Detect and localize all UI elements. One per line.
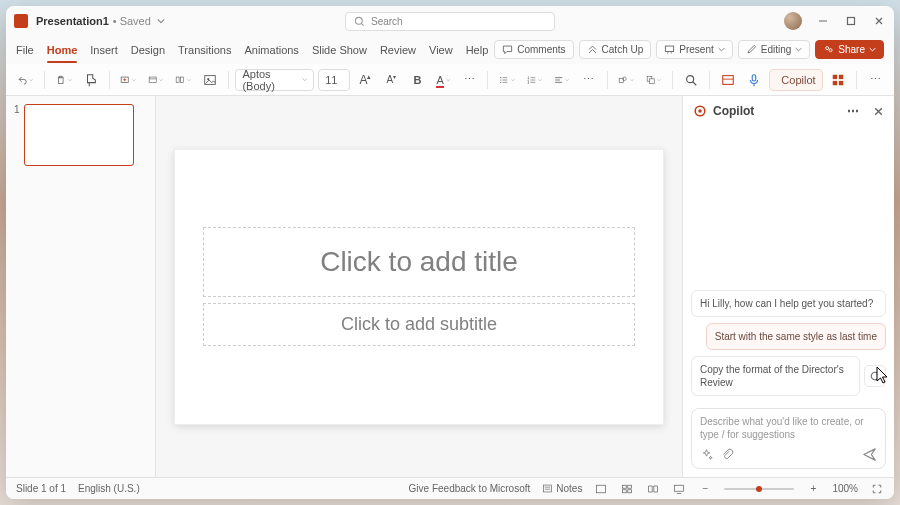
svg-point-4 [829,49,832,52]
chevron-down-icon [795,46,802,53]
search-input[interactable]: Search [345,12,555,31]
zoom-slider[interactable] [724,488,794,490]
format-painter-button[interactable] [80,69,102,91]
refresh-suggestions-button[interactable] [864,365,886,387]
dictate-button[interactable] [743,69,765,91]
decrease-font-button[interactable]: A▾ [380,69,402,91]
arrange-button[interactable] [642,69,665,91]
font-family-select[interactable]: Aptos (Body) [235,69,314,91]
undo-button[interactable] [14,69,37,91]
tab-home[interactable]: Home [47,40,78,60]
close-icon[interactable] [873,106,884,117]
layout-button[interactable] [144,69,167,91]
share-icon [823,44,834,55]
catchup-button[interactable]: Catch Up [579,40,652,59]
bold-button[interactable]: B [406,69,428,91]
refresh-icon [869,370,881,382]
copilot-ribbon-button[interactable]: Copilot [769,69,824,91]
language[interactable]: English (U.S.) [78,483,140,494]
slide-count[interactable]: Slide 1 of 1 [16,483,66,494]
tab-review[interactable]: Review [380,40,416,60]
chevron-down-icon [538,77,542,83]
more-font-button[interactable]: ⋯ [458,69,480,91]
catchup-icon [587,44,598,55]
designer-button[interactable] [717,69,739,91]
zoom-out-button[interactable]: − [698,482,712,496]
thumb-index: 1 [14,104,20,166]
notes-icon [542,483,553,494]
reading-view-button[interactable] [646,482,660,496]
sparkle-icon[interactable] [700,448,713,461]
comments-button[interactable]: Comments [494,40,573,59]
title-placeholder[interactable]: Click to add title [203,227,635,297]
chevron-down-icon [29,77,33,83]
tab-design[interactable]: Design [131,40,165,60]
zoom-percent[interactable]: 100% [832,483,858,494]
maximize-button[interactable] [844,14,858,28]
shapes-button[interactable] [614,69,637,91]
editing-button[interactable]: Editing [738,40,811,59]
tab-file[interactable]: File [16,40,34,60]
svg-rect-2 [666,46,674,52]
font-size-select[interactable]: 11 [318,69,350,91]
sorter-view-button[interactable] [620,482,634,496]
normal-view-button[interactable] [594,482,608,496]
copilot-input[interactable]: Describe what you'd like to create, or t… [691,408,886,469]
picture-button[interactable] [199,69,221,91]
chevron-down-icon [657,77,661,83]
avatar[interactable] [784,12,802,30]
overflow-button[interactable]: ⋯ [864,69,886,91]
bullets-button[interactable] [495,69,518,91]
tab-transitions[interactable]: Transitions [178,40,231,60]
zoom-in-button[interactable]: + [806,482,820,496]
new-slide-button[interactable] [116,69,139,91]
tab-view[interactable]: View [429,40,453,60]
svg-point-3 [826,47,829,50]
chevron-down-icon [187,77,191,83]
copilot-title: Copilot [713,104,754,118]
suggestion-chip[interactable]: Copy the format of the Director's Review [691,356,860,396]
svg-rect-8 [149,77,156,82]
slide[interactable]: Click to add title Click to add subtitle [174,149,664,425]
slide-canvas[interactable]: Click to add title Click to add subtitle [156,96,682,477]
svg-point-15 [500,81,501,82]
copilot-greeting: Hi Lilly, how can I help get you started… [691,290,886,317]
chevron-down-icon [132,77,136,83]
close-button[interactable] [872,14,886,28]
fit-button[interactable] [870,482,884,496]
tab-insert[interactable]: Insert [90,40,118,60]
suggestion-chip[interactable]: Start with the same style as last time [706,323,886,350]
chevron-down-icon[interactable] [157,17,165,25]
feedback-link[interactable]: Give Feedback to Microsoft [409,483,531,494]
slide-thumbnail[interactable] [24,104,134,166]
notes-button[interactable]: Notes [542,483,582,494]
send-icon[interactable] [862,447,877,462]
align-button[interactable] [550,69,573,91]
svg-rect-29 [839,74,843,78]
increase-font-button[interactable]: A▴ [354,69,376,91]
section-button[interactable] [171,69,194,91]
more-paragraph-button[interactable]: ⋯ [578,69,600,91]
tab-animations[interactable]: Animations [244,40,298,60]
paste-button[interactable] [52,69,75,91]
numbering-button[interactable]: 123 [523,69,546,91]
minimize-button[interactable] [816,14,830,28]
thumbnail-pane[interactable]: 1 [6,96,156,477]
share-button[interactable]: Share [815,40,884,59]
svg-rect-1 [848,18,855,25]
add-ins-button[interactable] [827,69,849,91]
main-area: 1 Click to add title Click to add subtit… [6,96,894,477]
document-name[interactable]: Presentation1 [36,15,109,27]
svg-rect-34 [544,485,552,492]
svg-rect-25 [752,74,756,80]
subtitle-placeholder[interactable]: Click to add subtitle [203,303,635,346]
slideshow-view-button[interactable] [672,482,686,496]
svg-rect-39 [628,489,632,492]
attach-icon[interactable] [721,448,734,461]
tab-help[interactable]: Help [466,40,489,60]
present-button[interactable]: Present [656,40,732,59]
find-button[interactable] [680,69,702,91]
tab-slideshow[interactable]: Slide Show [312,40,367,60]
more-icon[interactable]: ⋯ [847,104,859,118]
font-color-button[interactable]: A [432,69,454,91]
